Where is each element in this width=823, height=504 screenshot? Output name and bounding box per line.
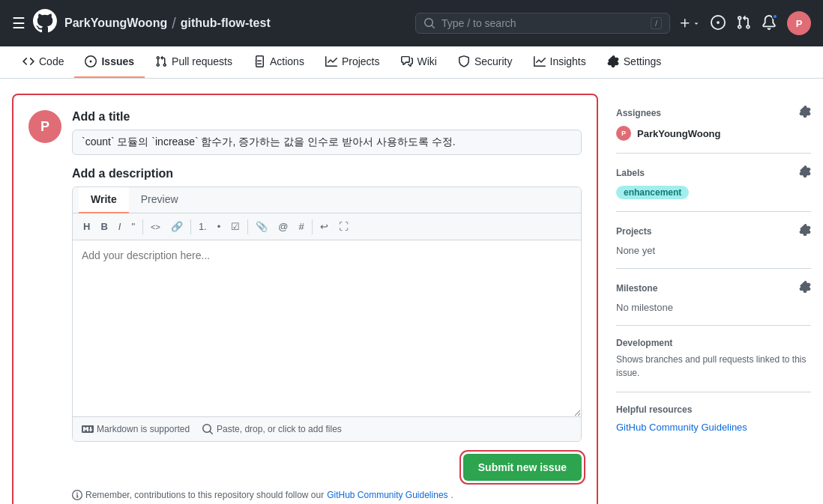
nav-right: P [679, 11, 811, 35]
toolbar-italic-btn[interactable]: I [114, 218, 126, 235]
nav-insights-label: Insights [550, 55, 586, 67]
search-bar[interactable]: Type / to search / [415, 13, 670, 34]
code-icon [22, 55, 34, 67]
info-icon [72, 490, 82, 500]
settings-icon [607, 55, 619, 67]
projects-gear-icon[interactable] [799, 224, 811, 238]
nav-pulls-label: Pull requests [172, 55, 232, 67]
security-icon [458, 55, 470, 67]
issues-icon [85, 55, 97, 67]
toolbar-heading-btn[interactable]: H [79, 218, 94, 235]
toolbar-bold-btn[interactable]: B [96, 218, 112, 235]
markdown-support: Markdown is supported [82, 423, 190, 435]
toolbar-link-btn[interactable]: 🔗 [166, 218, 187, 235]
description-textarea[interactable] [73, 240, 581, 416]
footer-note: Remember, contributions to this reposito… [28, 490, 582, 500]
milestone-gear-icon[interactable] [799, 281, 811, 295]
form-body: Add a title Add a description Write Prev… [72, 110, 582, 481]
milestone-section: Milestone No milestone [616, 269, 811, 326]
toolbar-sep-2 [190, 219, 191, 234]
pull-requests-icon [155, 55, 167, 67]
nav-item-pulls[interactable]: Pull requests [145, 46, 243, 78]
assignees-section: Assignees P ParkYoungWoong [616, 94, 811, 154]
repo-nav: Code Issues Pull requests Actions Projec… [0, 46, 823, 79]
sidebar: Assignees P ParkYoungWoong Labels enhanc… [616, 94, 811, 504]
form-header: P Add a title Add a description Write Pr… [28, 110, 582, 481]
avatar[interactable]: P [787, 11, 811, 35]
community-guidelines-link[interactable]: GitHub Community Guidelines [327, 490, 447, 500]
projects-section: Projects None yet [616, 212, 811, 269]
toolbar-task-list-btn[interactable]: ☑ [226, 218, 244, 235]
helpful-link[interactable]: GitHub Community Guidelines [616, 422, 747, 433]
nav-item-settings[interactable]: Settings [597, 46, 672, 78]
nav-item-wiki[interactable]: Wiki [391, 46, 447, 78]
hamburger-icon[interactable]: ☰ [12, 14, 25, 32]
form-actions: Submit new issue [72, 454, 582, 481]
user-avatar: P [28, 110, 61, 143]
toolbar-attach-btn[interactable]: 📎 [251, 218, 272, 235]
tab-write[interactable]: Write [79, 187, 129, 213]
editor-container: Write Preview H B I " <> 🔗 1. [72, 186, 582, 442]
editor-toolbar: H B I " <> 🔗 1. • ☑ 📎 @ # [73, 213, 581, 240]
breadcrumb: ParkYoungWoong / github-flow-test [64, 15, 271, 32]
nav-item-issues[interactable]: Issues [74, 46, 145, 78]
assignees-gear-icon[interactable] [799, 106, 811, 120]
nav-item-projects[interactable]: Projects [315, 46, 391, 78]
helpful-title: Helpful resources [616, 404, 811, 415]
nav-item-code[interactable]: Code [12, 46, 74, 78]
github-logo[interactable] [33, 9, 57, 38]
labels-gear-icon[interactable] [799, 166, 811, 180]
main-content: P Add a title Add a description Write Pr… [0, 79, 823, 504]
wiki-icon [401, 55, 413, 67]
breadcrumb-user[interactable]: ParkYoungWoong [64, 16, 167, 30]
toolbar-mention-btn[interactable]: @ [274, 218, 292, 235]
insights-icon [534, 55, 546, 67]
assignee-name[interactable]: ParkYoungWoong [637, 128, 720, 139]
issue-title-input[interactable] [72, 130, 582, 155]
toolbar-undo-btn[interactable]: ↩ [316, 218, 333, 235]
search-icon [423, 17, 435, 29]
nav-item-security[interactable]: Security [447, 46, 523, 78]
nav-item-actions[interactable]: Actions [243, 46, 315, 78]
assignees-header: Assignees [616, 106, 811, 120]
toolbar-unordered-list-btn[interactable]: • [213, 218, 226, 235]
attach-label: Paste, drop, or click to add files [217, 424, 342, 434]
projects-header: Projects [616, 224, 811, 238]
breadcrumb-repo[interactable]: github-flow-test [181, 16, 271, 30]
toolbar-quote-btn[interactable]: " [127, 218, 139, 235]
toolbar-sep-3 [247, 219, 248, 234]
attach-files[interactable]: Paste, drop, or click to add files [202, 423, 342, 435]
actions-icon [253, 55, 265, 67]
nav-code-label: Code [39, 55, 64, 67]
milestone-title: Milestone [616, 283, 657, 294]
search-text: Type / to search [441, 17, 645, 29]
nav-projects-label: Projects [342, 55, 380, 67]
toolbar-code-btn[interactable]: <> [146, 219, 165, 234]
milestone-header: Milestone [616, 281, 811, 295]
projects-icon [325, 55, 337, 67]
notifications-icon[interactable] [762, 15, 777, 32]
tab-preview[interactable]: Preview [129, 187, 190, 213]
projects-title: Projects [616, 226, 651, 237]
helpful-section: Helpful resources GitHub Community Guide… [616, 392, 811, 445]
labels-header: Labels [616, 166, 811, 180]
plus-button[interactable] [679, 17, 700, 29]
toolbar-ordered-list-btn[interactable]: 1. [194, 218, 211, 235]
toolbar-sep-4 [312, 219, 313, 234]
enhancement-badge[interactable]: enhancement [616, 186, 689, 199]
issue-icon[interactable] [711, 15, 726, 32]
nav-issues-label: Issues [101, 55, 134, 67]
breadcrumb-sep: / [172, 15, 176, 32]
assignee-value: P ParkYoungWoong [616, 126, 811, 141]
development-section: Development Shows branches and pull requ… [616, 326, 811, 392]
footer-text: Remember, contributions to this reposito… [85, 490, 324, 500]
submit-issue-button[interactable]: Submit new issue [463, 454, 582, 481]
markdown-label: Markdown is supported [97, 424, 190, 434]
editor-tabs: Write Preview [73, 187, 581, 213]
editor-footer: Markdown is supported Paste, drop, or cl… [73, 416, 581, 441]
toolbar-fullscreen-btn[interactable]: ⛶ [334, 218, 353, 235]
toolbar-ref-btn[interactable]: # [295, 218, 309, 235]
search-slash-badge: / [651, 17, 662, 29]
nav-item-insights[interactable]: Insights [523, 46, 597, 78]
pr-icon[interactable] [736, 15, 751, 32]
